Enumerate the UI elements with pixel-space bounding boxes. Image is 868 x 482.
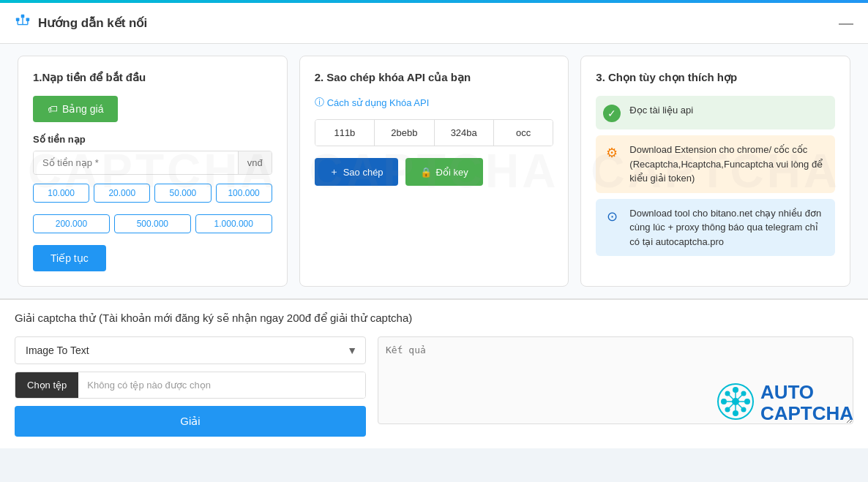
so-tien-label: Số tiền nạp	[33, 134, 272, 145]
logo-text: AUTO CAPTCHA	[760, 382, 853, 423]
card1-heading: 1.Nạp tiền để bắt đầu	[33, 71, 272, 84]
change-key-button[interactable]: 🔒 Đổi key	[405, 158, 483, 186]
check-icon: ✓	[603, 105, 621, 122]
amount-50k[interactable]: 50.000	[154, 184, 211, 203]
header-title-group: Hướng dẫn kết nối	[15, 13, 147, 33]
card2-heading: 2. Sao chép khóa API của bạn	[315, 71, 554, 84]
card-options: CAPTCHA 3. Chọn tùy chọn thích hợp ✓ Đọc…	[580, 56, 850, 287]
right-panel: AUTO CAPTCHA	[378, 336, 853, 424]
amount-100k[interactable]: 100.000	[216, 184, 272, 203]
continue-button[interactable]: Tiếp tục	[33, 245, 106, 271]
svg-point-9	[733, 410, 738, 416]
captcha-type-select[interactable]: Image To Text reCaptcha v2 reCaptcha v3 …	[15, 336, 366, 364]
svg-rect-1	[26, 18, 30, 21]
connection-icon	[15, 13, 31, 33]
option-item-3[interactable]: ⊙ Download tool cho bitano.net chạy nhiề…	[596, 199, 835, 257]
option-item-2[interactable]: ⚙ Download Extension cho chrome/ cốc cốc…	[596, 135, 835, 193]
help-circle-icon: ⓘ	[315, 96, 324, 109]
svg-rect-2	[21, 15, 25, 18]
api-seg-4: occ	[494, 120, 553, 146]
cards-row: CAPTCHA 1.Nạp tiền để bắt đầu 🏷 Bảng giá…	[0, 44, 868, 300]
svg-point-11	[744, 399, 750, 404]
copy-button[interactable]: ＋ Sao chép	[315, 158, 398, 186]
api-key-box: 111b 2bebb 324ba occ	[315, 119, 554, 146]
card-nap-tien: CAPTCHA 1.Nạp tiền để bắt đầu 🏷 Bảng giá…	[18, 56, 288, 287]
amount-input[interactable]	[34, 151, 238, 174]
api-help-link[interactable]: ⓘ Cách sử dụng Khóa API	[315, 96, 554, 109]
api-actions: ＋ Sao chép 🔒 Đổi key	[315, 158, 554, 186]
choose-file-button[interactable]: Chọn tệp	[15, 372, 78, 398]
amount-1000k[interactable]: 1.000.000	[195, 214, 272, 233]
solve-button[interactable]: Giải	[15, 406, 366, 437]
amount-input-group: vnđ	[33, 151, 272, 175]
left-panel: Image To Text reCaptcha v2 reCaptcha v3 …	[15, 336, 366, 437]
captcha-type-wrapper: Image To Text reCaptcha v2 reCaptcha v3 …	[15, 336, 366, 364]
header-title-text: Hướng dẫn kết nối	[38, 15, 147, 31]
bottom-title: Giải captcha thử (Tài khoản mới đăng ký …	[15, 312, 853, 325]
amount-grid-row2: 200.000 500.000 1.000.000	[33, 214, 272, 233]
copy-icon: ＋	[329, 165, 339, 178]
main-container: Hướng dẫn kết nối — CAPTCHA 1.Nạp tiền đ…	[0, 3, 868, 448]
svg-point-8	[733, 387, 738, 393]
amount-200k[interactable]: 200.000	[33, 214, 110, 233]
option-text-1: Đọc tài liệu api	[629, 103, 693, 118]
amount-20k[interactable]: 20.000	[94, 184, 150, 203]
chrome-icon: ⊙	[603, 208, 621, 225]
card-api: CAPTCHA 2. Sao chép khóa API của bạn ⓘ C…	[299, 56, 569, 287]
api-seg-3: 324ba	[435, 120, 494, 146]
amount-10k[interactable]: 10.000	[33, 184, 89, 203]
amount-500k[interactable]: 500.000	[114, 214, 191, 233]
amount-grid-row1: 10.000 20.000 50.000 100.000	[33, 184, 272, 203]
logo-svg	[715, 381, 756, 424]
bottom-section: Giải captcha thử (Tài khoản mới đăng ký …	[0, 300, 868, 448]
file-name-display: Không có tệp nào được chọn	[78, 372, 365, 398]
svg-point-10	[721, 399, 727, 404]
option-item-1[interactable]: ✓ Đọc tài liệu api	[596, 96, 835, 129]
currency-suffix: vnđ	[238, 151, 272, 174]
file-input-row: Chọn tệp Không có tệp nào được chọn	[15, 372, 366, 399]
option-text-2: Download Extension cho chrome/ cốc cốc (…	[629, 143, 828, 186]
header: Hướng dẫn kết nối —	[0, 3, 868, 44]
tag-icon: 🏷	[48, 103, 58, 115]
logo-area: AUTO CAPTCHA	[715, 381, 853, 424]
svg-rect-0	[16, 18, 20, 21]
refresh-icon: 🔒	[420, 167, 432, 178]
logo-line1: AUTO	[760, 382, 853, 403]
bottom-content: Image To Text reCaptcha v2 reCaptcha v3 …	[15, 336, 853, 437]
logo-line2: CAPTCHA	[760, 403, 853, 424]
api-seg-1: 111b	[315, 120, 375, 146]
minimize-button[interactable]: —	[839, 15, 853, 31]
card3-heading: 3. Chọn tùy chọn thích hợp	[596, 71, 835, 84]
svg-point-20	[732, 398, 739, 405]
api-seg-2: 2bebb	[375, 120, 434, 146]
pricing-button[interactable]: 🏷 Bảng giá	[33, 96, 118, 122]
gear-icon: ⚙	[603, 144, 621, 162]
option-text-3: Download tool cho bitano.net chạy nhiều …	[629, 206, 828, 249]
